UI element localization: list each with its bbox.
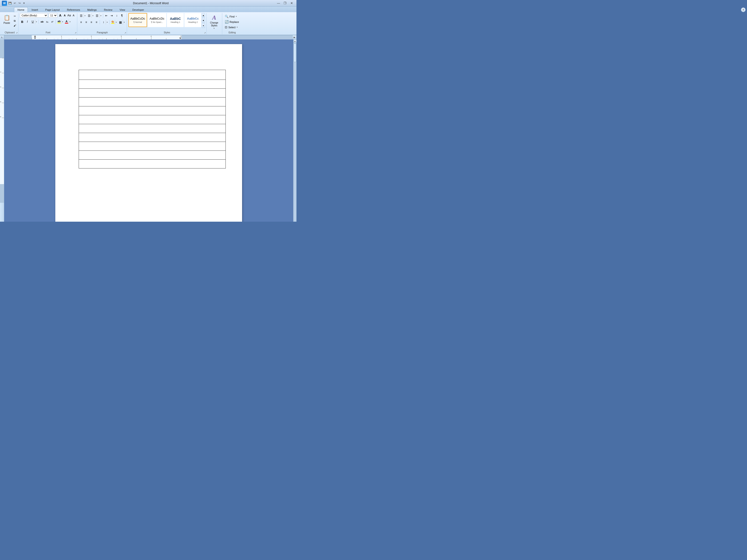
underline-button-wrap[interactable]: U ▾ [30,19,37,24]
table-cell[interactable] [79,151,226,160]
vertical-scrollbar[interactable]: ▲ ▼ [293,39,297,222]
bullet-list-wrap[interactable]: ☰ ▾ [79,13,86,18]
sort-button[interactable]: ↕ [114,13,119,18]
table-row[interactable] [79,133,226,142]
ruler-corner[interactable]: L [0,35,4,39]
restore-button[interactable]: ❐ [282,1,288,5]
document-table[interactable] [79,70,226,168]
paragraph-expander[interactable]: ↗ [124,32,126,34]
svg-text:2: 2 [91,35,92,37]
table-cell[interactable] [79,89,226,98]
tab-developer[interactable]: Developer [129,7,148,12]
italic-button[interactable]: I [25,19,30,24]
align-left-button[interactable]: ≡ [79,20,83,25]
close-button[interactable]: ✕ [288,1,294,5]
table-cell[interactable] [79,142,226,151]
numbered-list-wrap[interactable]: ☰ ▾ [86,13,94,18]
table-row[interactable] [79,70,226,80]
table-row[interactable] [79,124,226,133]
table-cell[interactable] [79,115,226,124]
change-styles-button[interactable]: A ChangeStyles ▾ [208,13,220,31]
redo-button[interactable]: ↪ [17,1,22,5]
show-hide-button[interactable]: ¶ [120,13,124,18]
styles-expander[interactable]: ↗ [204,32,206,34]
tab-references[interactable]: References [63,7,83,12]
table-cell[interactable] [79,98,226,106]
scroll-up-button[interactable]: ▲ [293,39,297,43]
decrease-indent-button[interactable]: ⇤ [104,13,109,18]
document-page[interactable] [55,44,242,222]
tab-home[interactable]: Home [14,7,28,12]
style-normal[interactable]: AaBbCcDc ¶ Normal [128,13,147,27]
table-cell[interactable] [79,106,226,115]
borders-wrap[interactable]: ▦ ▾ [118,20,125,25]
style-heading1[interactable]: AaBbC Heading 1 [167,13,184,27]
paste-icon: 📋 [3,14,10,21]
table-row[interactable] [79,160,226,168]
clear-format-button[interactable]: A [72,13,76,18]
superscript-button[interactable]: x² [50,19,55,24]
justify-button[interactable]: ≡ [94,20,99,25]
cut-button[interactable]: ✂ [12,14,17,18]
grow-font-button[interactable]: A [58,13,62,18]
highlight-dropdown: ▾ [61,19,63,24]
select-button[interactable]: ⊡ Select ▾ [224,25,240,30]
font-name-select[interactable]: Calibri (Body) [20,13,48,18]
ribbon-content: 📋 Paste ✂ ⧉ 🖌 Clipboard ↗ Calibri (Body) [0,12,297,35]
bold-button[interactable]: B [20,19,25,24]
tab-page-layout[interactable]: Page Layout [42,7,63,12]
styles-group: AaBbCcDc ¶ Normal AaBbCcDc ¶ No Spaci...… [127,13,207,34]
line-spacing-wrap[interactable]: ↕ ▾ [101,20,108,25]
table-cell[interactable] [79,70,226,80]
font-expander[interactable]: ↗ [75,32,77,34]
tab-view[interactable]: View [116,7,129,12]
tab-insert[interactable]: Insert [28,7,42,12]
table-row[interactable] [79,106,226,115]
scroll-track[interactable] [293,43,297,222]
styles-expand[interactable]: ▾ [202,23,205,28]
page-area[interactable] [4,39,293,222]
table-row[interactable] [79,80,226,89]
styles-scroll-down[interactable]: ▼ [202,18,205,23]
increase-indent-button[interactable]: ⇥ [109,13,114,18]
svg-rect-0 [4,35,32,39]
table-row[interactable] [79,115,226,124]
style-no-spacing[interactable]: AaBbCcDc ¶ No Spaci... [148,13,166,27]
multilevel-list-wrap[interactable]: ☰ ▾ [95,13,102,18]
table-row[interactable] [79,151,226,160]
table-row[interactable] [79,89,226,98]
shading-wrap[interactable]: 🎨 ▾ [110,20,118,25]
clipboard-expander[interactable]: ↗ [16,32,18,34]
styles-scroll-up[interactable]: ▲ [202,13,205,18]
ruler-scroll-button[interactable]: ▶ [292,35,297,39]
minimize-button[interactable]: — [276,1,282,5]
font-color-button-wrap[interactable]: A ▾ [64,19,71,24]
font-size-select[interactable]: 11 [49,13,57,18]
table-cell[interactable] [79,124,226,133]
undo-button[interactable]: ↩ [12,1,17,5]
save-button[interactable]: 💾 [8,1,12,5]
quick-access-dropdown[interactable]: ▾ [22,1,26,5]
align-right-button[interactable]: ≡ [89,20,94,25]
highlight-button-wrap[interactable]: ab ▾ [57,19,64,24]
vertical-ruler: 1 2 3 4 [0,39,4,222]
style-heading2[interactable]: AaBbCc Heading 2 [184,13,201,27]
copy-button[interactable]: ⧉ [12,19,17,23]
format-painter-button[interactable]: 🖌 [12,23,17,28]
table-row[interactable] [79,98,226,106]
scroll-thumb[interactable] [294,44,297,62]
paste-button[interactable]: 📋 Paste [2,13,12,25]
table-cell[interactable] [79,133,226,142]
replace-button[interactable]: 🔄 Replace [224,19,240,24]
tab-review[interactable]: Review [100,7,116,12]
strikethrough-button[interactable]: ab [40,19,44,24]
subscript-button[interactable]: x₂ [45,19,50,24]
tab-mailings[interactable]: Mailings [84,7,100,12]
change-case-button[interactable]: Aa [67,13,71,18]
table-row[interactable] [79,142,226,151]
shrink-font-button[interactable]: A [62,13,67,18]
table-cell[interactable] [79,80,226,89]
table-cell[interactable] [79,160,226,168]
align-center-button[interactable]: ≡ [84,20,88,25]
find-button[interactable]: 🔍 Find ▾ [224,14,240,19]
